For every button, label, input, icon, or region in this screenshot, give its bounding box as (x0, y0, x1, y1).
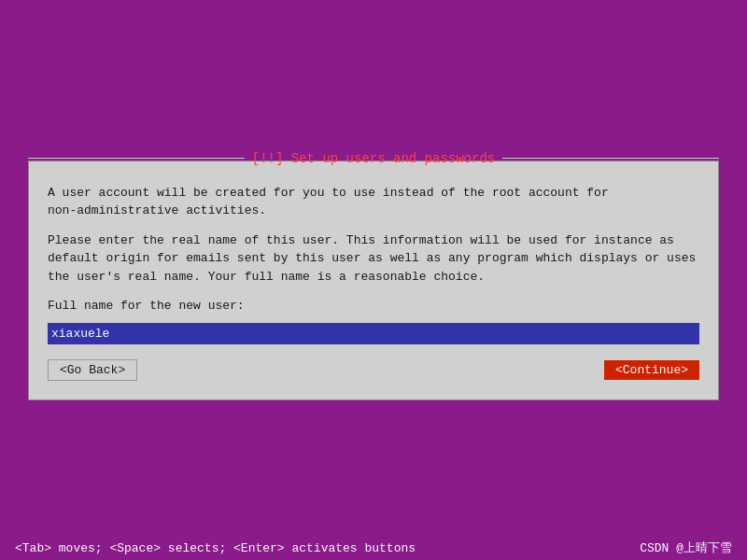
title-line-right (502, 158, 719, 159)
full-name-input[interactable] (48, 323, 699, 344)
go-back-button[interactable]: <Go Back> (48, 359, 137, 381)
field-label: Full name for the new user: (48, 297, 699, 315)
dialog-content: A user account will be created for you t… (48, 184, 699, 381)
status-right-text: CSDN @上晴下雪 (640, 539, 732, 556)
paragraph1: A user account will be created for you t… (48, 184, 699, 220)
status-left-text: <Tab> moves; <Space> selects; <Enter> ac… (15, 541, 416, 555)
paragraph2: Please enter the real name of this user.… (48, 231, 699, 287)
status-bar: <Tab> moves; <Space> selects; <Enter> ac… (0, 536, 747, 560)
dialog-box: A user account will be created for you t… (28, 161, 719, 400)
title-line-left (28, 158, 245, 159)
dialog-title: [!!] Set up users and passwords (245, 151, 502, 166)
dialog-wrapper: [!!] Set up users and passwords A user a… (28, 161, 719, 400)
button-row: <Go Back> <Continue> (48, 359, 699, 381)
continue-button[interactable]: <Continue> (604, 360, 699, 380)
dialog-title-bar: [!!] Set up users and passwords (28, 151, 719, 166)
screen: [!!] Set up users and passwords A user a… (0, 0, 747, 560)
